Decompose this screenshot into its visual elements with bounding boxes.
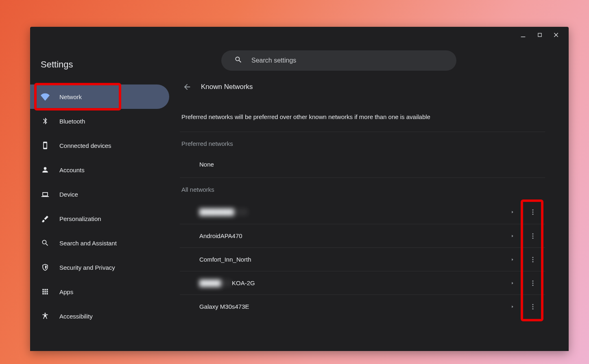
network-row[interactable]: █████KOA-2G xyxy=(180,271,545,295)
panel-header: Known Networks xyxy=(172,76,552,100)
more-button[interactable] xyxy=(521,256,545,263)
known-networks-panel: Known Networks Preferred networks will b… xyxy=(172,76,552,351)
network-list: ████████AndroidAPA470Comfort_Inn_North██… xyxy=(180,200,545,318)
sidebar-nav: Network Bluetooth Connected devices xyxy=(30,84,172,328)
search-icon xyxy=(41,238,50,247)
phone-icon xyxy=(41,141,50,150)
maximize-button[interactable] xyxy=(537,32,543,39)
svg-rect-0 xyxy=(521,37,526,37)
sidebar-item-connected-devices[interactable]: Connected devices xyxy=(30,133,169,158)
sidebar-item-label: Bluetooth xyxy=(59,118,85,125)
panel-title: Known Networks xyxy=(201,83,253,91)
svg-point-2 xyxy=(532,212,534,213)
network-row[interactable]: Galaxy M30s473E xyxy=(180,295,545,318)
chevron-right-icon xyxy=(504,305,521,309)
minimize-button[interactable] xyxy=(520,32,526,40)
more-button[interactable] xyxy=(521,280,545,287)
panel-body: Preferred networks will be preferred ove… xyxy=(172,100,552,318)
sidebar-item-label: Personalization xyxy=(59,215,101,222)
sidebar-item-personalization[interactable]: Personalization xyxy=(30,206,169,231)
sidebar-item-label: Network xyxy=(59,93,82,100)
close-button[interactable] xyxy=(553,32,560,40)
svg-point-8 xyxy=(532,259,534,260)
network-name: Comfort_Inn_North xyxy=(199,256,504,263)
all-networks-label: All networks xyxy=(180,178,545,200)
network-row[interactable]: AndroidAPA470 xyxy=(180,224,545,247)
svg-point-10 xyxy=(532,280,534,282)
network-name: █████KOA-2G xyxy=(199,280,504,287)
svg-point-6 xyxy=(532,237,534,238)
svg-point-7 xyxy=(532,257,534,258)
search-icon xyxy=(234,56,242,65)
sidebar-item-label: Apps xyxy=(59,288,73,295)
svg-point-4 xyxy=(532,233,534,234)
sidebar-item-label: Accessibility xyxy=(59,313,93,320)
network-row[interactable]: Comfort_Inn_North xyxy=(180,247,545,271)
svg-point-15 xyxy=(532,308,534,309)
sidebar-item-accounts[interactable]: Accounts xyxy=(30,158,169,182)
search-bar[interactable] xyxy=(221,50,456,71)
sidebar-item-label: Security and Privacy xyxy=(59,264,115,271)
svg-point-14 xyxy=(532,306,534,307)
window-titlebar xyxy=(30,27,569,45)
network-name: ████████ xyxy=(199,208,504,216)
chevron-right-icon xyxy=(504,210,521,214)
sidebar-item-device[interactable]: Device xyxy=(30,182,169,206)
chevron-right-icon xyxy=(504,234,521,238)
sidebar-item-network[interactable]: Network xyxy=(30,84,169,109)
sidebar-item-label: Device xyxy=(59,191,78,198)
brush-icon xyxy=(41,214,50,223)
main-panel: Known Networks Preferred networks will b… xyxy=(172,45,569,351)
sidebar-item-label: Accounts xyxy=(59,167,85,173)
svg-point-11 xyxy=(532,282,534,284)
sidebar: Settings Network Bluetooth xyxy=(30,45,172,351)
svg-point-3 xyxy=(532,214,534,215)
sidebar-item-security-privacy[interactable]: Security and Privacy xyxy=(30,255,169,280)
preferred-networks-none: None xyxy=(180,154,545,178)
sidebar-item-accessibility[interactable]: Accessibility xyxy=(30,304,169,328)
app-title: Settings xyxy=(30,50,172,84)
person-icon xyxy=(41,165,50,174)
accessibility-icon xyxy=(41,312,50,321)
more-button[interactable] xyxy=(521,303,545,310)
wifi-icon xyxy=(41,92,50,101)
laptop-icon xyxy=(41,190,50,199)
sidebar-item-label: Connected devices xyxy=(59,142,111,149)
svg-point-5 xyxy=(532,235,534,236)
window-body: Settings Network Bluetooth xyxy=(30,45,569,351)
preferred-networks-label: Preferred networks xyxy=(180,132,545,154)
sidebar-item-apps[interactable]: Apps xyxy=(30,280,169,304)
apps-icon xyxy=(41,287,50,296)
panel-description: Preferred networks will be preferred ove… xyxy=(180,100,545,132)
sidebar-item-label: Search and Assistant xyxy=(59,240,117,247)
chevron-right-icon xyxy=(504,281,521,285)
search-input[interactable] xyxy=(251,57,443,64)
bluetooth-icon xyxy=(41,117,50,126)
shield-icon xyxy=(41,263,50,272)
network-row[interactable]: ████████ xyxy=(180,200,545,224)
svg-point-1 xyxy=(532,209,534,210)
svg-point-12 xyxy=(532,284,534,286)
sidebar-item-search-assistant[interactable]: Search and Assistant xyxy=(30,231,169,255)
settings-window: Settings Network Bluetooth xyxy=(30,27,569,351)
back-button[interactable] xyxy=(181,81,193,93)
network-name: Galaxy M30s473E xyxy=(199,303,504,310)
svg-point-13 xyxy=(532,304,534,305)
chevron-right-icon xyxy=(504,258,521,262)
sidebar-item-bluetooth[interactable]: Bluetooth xyxy=(30,109,169,133)
more-button[interactable] xyxy=(521,232,545,240)
svg-point-9 xyxy=(532,261,534,262)
more-button[interactable] xyxy=(521,208,545,216)
network-name: AndroidAPA470 xyxy=(199,232,504,239)
